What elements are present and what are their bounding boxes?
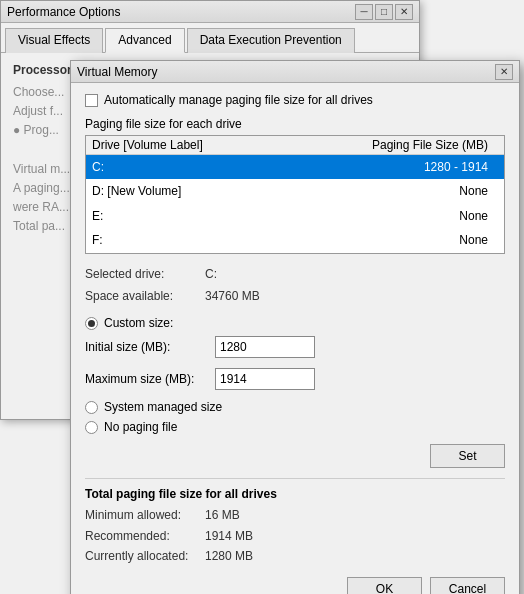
vm-titlebar: Virtual Memory ✕ xyxy=(71,61,519,83)
col-drive-header: Drive [Volume Label] xyxy=(92,138,290,152)
auto-manage-checkbox[interactable] xyxy=(85,94,98,107)
drive-row-e[interactable]: E: None xyxy=(86,204,504,228)
drive-e-label: E: xyxy=(92,206,290,226)
drive-f-label: F: xyxy=(92,230,290,250)
system-managed-label: System managed size xyxy=(104,400,222,414)
minimum-label: Minimum allowed: xyxy=(85,505,205,525)
recommended-label: Recommended: xyxy=(85,526,205,546)
no-paging-radio[interactable] xyxy=(85,421,98,434)
recommended-value: 1914 MB xyxy=(205,526,253,546)
drive-table-label: Paging file size for each drive xyxy=(85,117,505,131)
vm-close-btn[interactable]: ✕ xyxy=(495,64,513,80)
minimum-value: 16 MB xyxy=(205,505,240,525)
recommended-row: Recommended: 1914 MB xyxy=(85,526,505,546)
perf-close-btn[interactable]: ✕ xyxy=(395,4,413,20)
perf-tabs: Visual Effects Advanced Data Execution P… xyxy=(1,23,419,53)
initial-size-row: Initial size (MB): xyxy=(85,336,505,358)
initial-size-label: Initial size (MB): xyxy=(85,340,215,354)
radio-section: Custom size: Initial size (MB): Maximum … xyxy=(85,316,505,434)
cancel-button[interactable]: Cancel xyxy=(430,577,505,594)
drive-row-f[interactable]: F: None xyxy=(86,228,504,252)
maximum-size-row: Maximum size (MB): xyxy=(85,368,505,390)
drive-row-c[interactable]: C: 1280 - 1914 xyxy=(86,155,504,179)
space-available-row: Space available: 34760 MB xyxy=(85,286,505,306)
tab-advanced[interactable]: Advanced xyxy=(105,28,184,53)
drive-d-label: D: [New Volume] xyxy=(92,181,290,201)
virtual-memory-dialog: Virtual Memory ✕ Automatically manage pa… xyxy=(70,60,520,594)
selected-drive-label: Selected drive: xyxy=(85,264,205,284)
ok-button[interactable]: OK xyxy=(347,577,422,594)
set-button[interactable]: Set xyxy=(430,444,505,468)
vm-dialog-title: Virtual Memory xyxy=(77,65,157,79)
drive-c-label: C: xyxy=(92,157,290,177)
auto-manage-label: Automatically manage paging file size fo… xyxy=(104,93,373,107)
set-btn-area: Set xyxy=(85,444,505,468)
custom-size-radio[interactable] xyxy=(85,317,98,330)
drive-table-header: Drive [Volume Label] Paging File Size (M… xyxy=(86,136,504,155)
perf-titlebar: Performance Options ─ □ ✕ xyxy=(1,1,419,23)
vm-body: Automatically manage paging file size fo… xyxy=(71,83,519,594)
allocated-label: Currently allocated: xyxy=(85,546,205,566)
dialog-buttons: OK Cancel xyxy=(85,577,505,594)
drive-c-size: 1280 - 1914 xyxy=(290,157,498,177)
total-section: Total paging file size for all drives Mi… xyxy=(85,478,505,566)
drive-f-size: None xyxy=(290,230,498,250)
drive-table: Drive [Volume Label] Paging File Size (M… xyxy=(85,135,505,254)
space-available-value: 34760 MB xyxy=(205,286,260,306)
allocated-value: 1280 MB xyxy=(205,546,253,566)
no-paging-label: No paging file xyxy=(104,420,177,434)
drive-info-section: Selected drive: C: Space available: 3476… xyxy=(85,264,505,307)
drive-d-size: None xyxy=(290,181,498,201)
initial-size-input[interactable] xyxy=(215,336,315,358)
system-managed-radio-row[interactable]: System managed size xyxy=(85,400,505,414)
system-managed-radio[interactable] xyxy=(85,401,98,414)
perf-minimize-btn[interactable]: ─ xyxy=(355,4,373,20)
tab-visual-effects[interactable]: Visual Effects xyxy=(5,28,103,53)
no-paging-radio-row[interactable]: No paging file xyxy=(85,420,505,434)
drive-e-size: None xyxy=(290,206,498,226)
auto-manage-checkbox-row[interactable]: Automatically manage paging file size fo… xyxy=(85,93,505,107)
total-title: Total paging file size for all drives xyxy=(85,487,505,501)
allocated-row: Currently allocated: 1280 MB xyxy=(85,546,505,566)
selected-drive-row: Selected drive: C: xyxy=(85,264,505,284)
perf-window-title: Performance Options xyxy=(7,5,120,19)
perf-maximize-btn[interactable]: □ xyxy=(375,4,393,20)
perf-titlebar-controls: ─ □ ✕ xyxy=(355,4,413,20)
minimum-row: Minimum allowed: 16 MB xyxy=(85,505,505,525)
selected-drive-value: C: xyxy=(205,264,217,284)
custom-size-label: Custom size: xyxy=(104,316,173,330)
col-size-header: Paging File Size (MB) xyxy=(290,138,498,152)
drive-row-d[interactable]: D: [New Volume] None xyxy=(86,179,504,203)
space-available-label: Space available: xyxy=(85,286,205,306)
tab-data-execution[interactable]: Data Execution Prevention xyxy=(187,28,355,53)
custom-size-radio-row[interactable]: Custom size: xyxy=(85,316,505,330)
maximum-size-input[interactable] xyxy=(215,368,315,390)
maximum-size-label: Maximum size (MB): xyxy=(85,372,215,386)
